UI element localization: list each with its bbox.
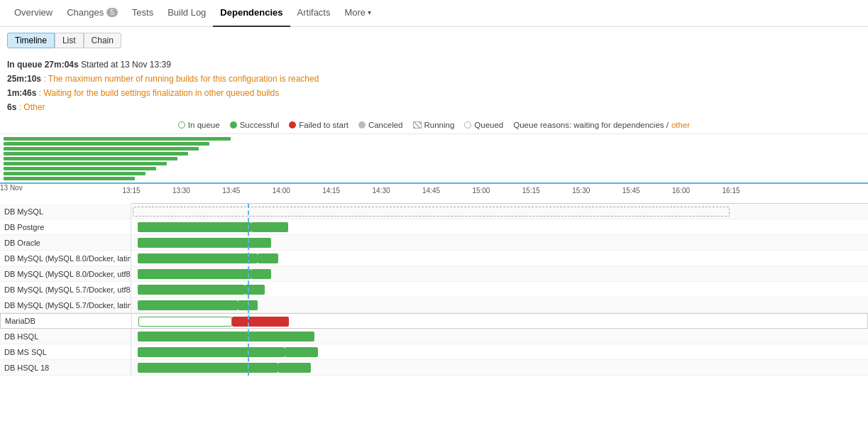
dashed-bar [133,207,730,217]
queue-started: Started at 13 Nov 13:39 [81,60,171,70]
mini-bars [0,137,868,180]
build-row[interactable]: DB MySQL (MySQL 5.7/Docker, latin1/... 8… [0,297,868,313]
view-toggle: Timeline List Chain [0,27,868,54]
bar-10-0[interactable] [138,363,278,373]
time-label-1430: 14:30 [373,187,390,195]
build-label: DB MySQL [0,204,131,219]
legend-canceled: Canceled [358,121,403,129]
build-label: DB MySQL (MySQL 5.7/Docker, utf8mb...8mb… [0,282,131,297]
build-row[interactable]: DB Oracle [0,235,868,251]
queue-duration: In queue 27m:04s [7,60,79,70]
time-label-1615: 16:15 [722,187,740,195]
bar-1-1[interactable] [251,222,288,232]
time-label-1445: 14:45 [422,187,440,195]
mini-bar-1 [4,137,231,141]
mini-bar-9 [4,177,135,180]
queue-line1: In queue 27m:04s Started at 13 Nov 13:39 [7,58,861,71]
bar-9-0[interactable] [138,347,285,357]
queue-line4: 6s : Other [7,101,861,114]
queue-time2: 25m:10s [7,74,41,84]
build-track [131,266,868,281]
build-row[interactable]: DB HSQL [0,329,868,344]
legend-queue-reasons: Queue reasons: waiting for dependencies … [513,121,690,129]
build-row[interactable]: DB MySQL (MySQL 8.0/Docker, utf8mb...8mb… [0,266,868,282]
bar-5-0[interactable] [138,285,244,295]
tab-artifacts[interactable]: Artifacts [290,0,338,27]
build-row[interactable]: DB MySQL (MySQL 8.0/Docker, latin1/utf8m… [0,251,868,266]
build-label: DB Postgre [0,219,131,234]
build-track [131,219,868,234]
build-row[interactable]: DB MySQL (MySQL 5.7/Docker, utf8mb...8mb… [0,282,868,297]
bar-7-0[interactable] [138,317,231,327]
build-row[interactable]: DB MySQL [0,204,868,219]
build-row[interactable]: MariaDB [0,313,868,329]
bar-1-0[interactable] [138,222,251,232]
bar-3-0[interactable] [138,253,258,263]
time-label-1400: 14:00 [273,187,290,195]
build-row[interactable]: DB Postgre [0,219,868,235]
tab-build-log[interactable]: Build Log [160,0,213,27]
legend-inqueue: In queue [178,121,220,129]
tab-changes[interactable]: Changes 5 [60,0,125,27]
queued-label: Queued [474,121,503,129]
build-label: MariaDB [1,314,132,328]
build-track [131,329,868,344]
bar-3-1[interactable] [258,253,278,263]
mini-bar-8 [4,172,145,175]
time-label-1315: 13:15 [122,187,140,195]
failed-icon [289,121,296,129]
build-row[interactable]: DB HSQL 18 [0,360,868,376]
bar-4-0[interactable] [138,269,251,279]
bar-9-1[interactable] [285,347,318,357]
tab-tests[interactable]: Tests [125,0,160,27]
tab-dependencies[interactable]: Dependencies [213,0,290,27]
queue-line2: 25m:10s : The maximum number of running … [7,72,861,85]
time-label-1415: 14:15 [322,187,340,195]
list-button[interactable]: List [55,33,84,48]
changes-badge: 5 [106,8,118,17]
bar-8-0[interactable] [138,332,314,342]
legend-queued: Queued [464,121,503,129]
app-container: Overview Changes 5 Tests Build Log Depen… [0,0,868,376]
mini-bar-5 [4,157,177,160]
time-label-1515: 15:15 [522,187,540,195]
mini-bar-4 [4,152,188,155]
build-rows: DB MySQLDB PostgreDB OracleDB MySQL (MyS… [0,204,868,376]
bar-4-1[interactable] [251,269,271,279]
time-label-1330: 13:30 [172,187,190,195]
success-label: Successful [240,121,280,129]
bar-7-1[interactable] [232,317,289,327]
top-nav: Overview Changes 5 Tests Build Log Depen… [0,0,868,27]
time-label-1600: 16:00 [672,187,690,195]
queue-reason2: : The maximum number of running builds f… [43,74,319,84]
inqueue-label: In queue [188,121,220,129]
bar-6-1[interactable] [238,300,258,310]
legend-failed: Failed to start [289,121,348,129]
tab-more[interactable]: More ▾ [337,0,378,27]
legend-running: Running [413,121,455,129]
bar-6-0[interactable] [138,300,238,310]
tab-overview[interactable]: Overview [7,0,60,27]
queue-reasons-text: Queue reasons: waiting for dependencies … [513,121,669,129]
bar-2-0[interactable] [138,238,271,248]
build-track [132,314,867,328]
build-track [131,204,868,219]
time-label-1530: 15:30 [572,187,590,195]
other-link[interactable]: other [671,121,690,129]
queue-reason3: : Waiting for the build settings finaliz… [39,88,279,98]
timeline-wrapper[interactable]: 13 Nov 13:1513:3013:4514:0014:1514:3014:… [0,184,868,376]
timeline-button[interactable]: Timeline [7,33,55,48]
build-row[interactable]: DB MS SQL [0,344,868,360]
time-label-1345: 13:45 [222,187,240,195]
queue-time3: 1m:46s [7,88,36,98]
bar-5-1[interactable] [245,285,265,295]
build-label: DB MySQL (MySQL 5.7/Docker, latin1/... 8… [0,297,131,312]
bar-10-1[interactable] [278,363,312,373]
queued-icon [464,121,471,129]
running-icon [413,121,422,129]
queue-info: In queue 27m:04s Started at 13 Nov 13:39… [0,54,868,116]
chain-button[interactable]: Chain [84,33,121,48]
canceled-label: Canceled [368,121,403,129]
mini-bar-6 [4,162,167,165]
mini-bar-2 [4,142,209,146]
